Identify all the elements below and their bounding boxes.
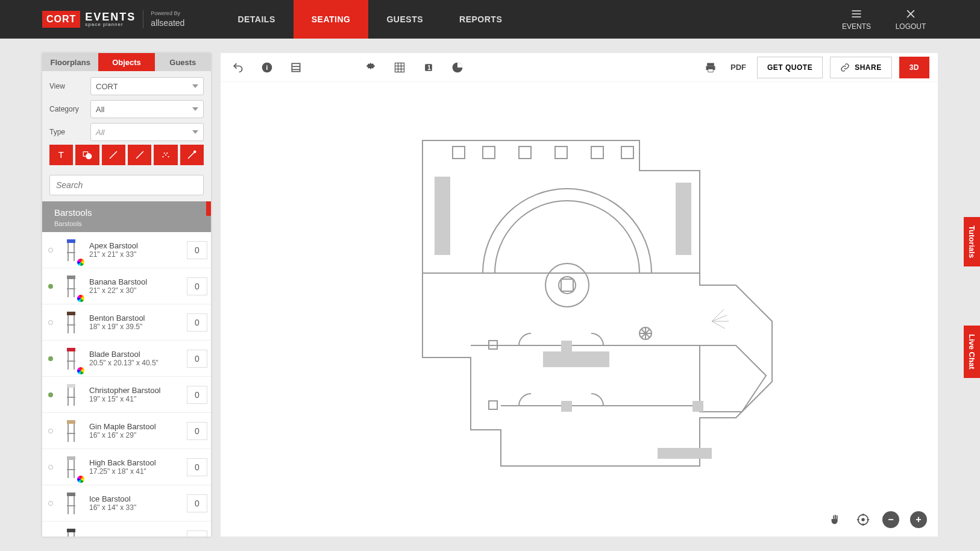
line-tool[interactable] [102, 145, 125, 165]
item-count[interactable]: 0 [187, 313, 207, 332]
center-tool[interactable] [855, 511, 872, 528]
item-dims: 21" x 21" x 33" [89, 250, 183, 259]
item-list[interactable]: Apex Barstool21" x 21" x 33"0Banana Bars… [42, 232, 211, 537]
get-quote-button[interactable]: GET QUOTE [757, 57, 823, 78]
list-item[interactable]: Blade Barstool20.5" x 20.13" x 40.5"0 [42, 341, 211, 377]
list-item[interactable]: Jetson Barstool0 [42, 521, 211, 537]
events-button[interactable]: EVENTS [829, 0, 884, 39]
header-right: EVENTS LOGOUT [829, 0, 980, 39]
item-name: Apex Barstool [89, 241, 183, 250]
list-item[interactable]: Benton Barstool18" x 19" x 39.5"0 [42, 304, 211, 341]
item-thumbnail [59, 525, 83, 537]
left-panel: FloorplansObjectsGuests View CORT Catego… [42, 53, 211, 537]
svg-rect-67 [708, 69, 713, 72]
item-info: Christopher Barstool19" x 15" x 41" [89, 386, 183, 403]
item-count[interactable]: 0 [187, 531, 207, 537]
status-dot [48, 320, 53, 325]
layout-button[interactable] [287, 58, 305, 77]
list-item[interactable]: Gin Maple Barstool16" x 16" x 29"0 [42, 413, 211, 449]
svg-rect-28 [67, 348, 75, 351]
pdf-button[interactable]: PDF [727, 63, 750, 72]
item-count[interactable]: 0 [187, 494, 207, 512]
svg-rect-44 [67, 493, 75, 496]
floorplan-canvas[interactable] [221, 82, 938, 537]
svg-line-8 [110, 151, 117, 159]
chevron-down-icon [192, 107, 198, 111]
item-thumbnail [59, 380, 83, 409]
svg-rect-48 [67, 529, 75, 532]
type-select[interactable]: All [90, 123, 204, 141]
zoom-in-button[interactable]: + [910, 511, 927, 528]
item-thumbnail [59, 489, 83, 518]
shape-tool[interactable] [75, 145, 99, 165]
pen-tool[interactable] [180, 145, 204, 165]
svg-rect-79 [483, 146, 495, 159]
pie-icon[interactable] [448, 58, 466, 77]
svg-rect-32 [67, 384, 75, 388]
print-icon[interactable] [702, 58, 720, 77]
nav-guests[interactable]: GUESTS [368, 0, 441, 39]
svg-rect-94 [561, 401, 572, 412]
share-button[interactable]: SHARE [830, 57, 892, 78]
livechat-flag[interactable]: Live Chat [964, 326, 980, 378]
panel-tab-guests[interactable]: Guests [155, 53, 211, 71]
tutorials-flag[interactable]: Tutorials [964, 217, 980, 266]
logo-brand: CORT [42, 11, 80, 28]
undo-button[interactable] [229, 58, 247, 77]
info-button[interactable]: i [258, 58, 276, 77]
list-item[interactable]: Banana Barstool21" x 22" x 30"0 [42, 268, 211, 304]
svg-rect-40 [67, 456, 75, 460]
type-label: Type [49, 128, 86, 136]
item-thumbnail [59, 344, 83, 373]
svg-rect-93 [561, 341, 572, 351]
list-item[interactable]: Apex Barstool21" x 21" x 33"0 [42, 232, 211, 268]
item-count[interactable]: 0 [187, 241, 207, 259]
item-count[interactable]: 0 [187, 350, 207, 368]
number-icon[interactable]: 1 [419, 58, 438, 77]
nav-reports[interactable]: REPORTS [441, 0, 520, 39]
svg-point-68 [545, 263, 589, 307]
svg-point-14 [166, 153, 168, 154]
list-item[interactable]: Christopher Barstool19" x 15" x 41"0 [42, 377, 211, 413]
svg-point-99 [862, 518, 864, 521]
category-select[interactable]: All [90, 100, 204, 118]
nav-seating[interactable]: SEATING [294, 0, 369, 39]
item-name: Banana Barstool [89, 277, 183, 286]
panel-tab-floorplans[interactable]: Floorplans [42, 53, 98, 71]
svg-rect-20 [67, 276, 75, 279]
status-dot [48, 356, 53, 361]
view-3d-button[interactable]: 3D [899, 57, 929, 78]
line-tool-2[interactable] [128, 145, 151, 165]
nav-details[interactable]: DETAILS [219, 0, 293, 39]
list-item[interactable]: Ice Barstool16" x 14" x 33"0 [42, 485, 211, 521]
view-select[interactable]: CORT [90, 77, 204, 95]
dots-tool[interactable] [154, 145, 177, 165]
zoom-out-button[interactable]: − [882, 511, 899, 528]
status-dot [48, 392, 53, 397]
panel-tabs: FloorplansObjectsGuests [42, 53, 211, 71]
item-name: Gin Maple Barstool [89, 422, 183, 431]
list-item[interactable]: High Back Barstool17.25" x 18" x 41"0 [42, 449, 211, 485]
text-tool[interactable]: T [49, 145, 73, 165]
item-dims: 18" x 19" x 39.5" [89, 323, 183, 331]
item-name: Benton Barstool [89, 313, 183, 323]
item-thumbnail [59, 308, 83, 337]
category-label: Category [49, 105, 86, 113]
color-wheel-icon [77, 367, 84, 374]
item-count[interactable]: 0 [187, 422, 207, 440]
item-count[interactable]: 0 [187, 458, 207, 476]
status-dot [48, 465, 53, 470]
pan-tool[interactable] [827, 511, 844, 528]
search-input[interactable] [49, 175, 204, 195]
gear-icon[interactable] [362, 58, 380, 77]
item-name: Jetson Barstool [89, 535, 183, 537]
panel-tab-objects[interactable]: Objects [98, 53, 154, 71]
item-count[interactable]: 0 [187, 386, 207, 404]
zoom-controls: − + [827, 511, 927, 528]
logout-button[interactable]: LOGOUT [884, 0, 938, 39]
svg-rect-80 [519, 146, 531, 159]
item-count[interactable]: 0 [187, 277, 207, 295]
grid-icon[interactable] [391, 58, 409, 77]
svg-rect-58 [395, 63, 404, 72]
logo-block: CORT EVENTS space planner Powered By all… [0, 10, 195, 28]
